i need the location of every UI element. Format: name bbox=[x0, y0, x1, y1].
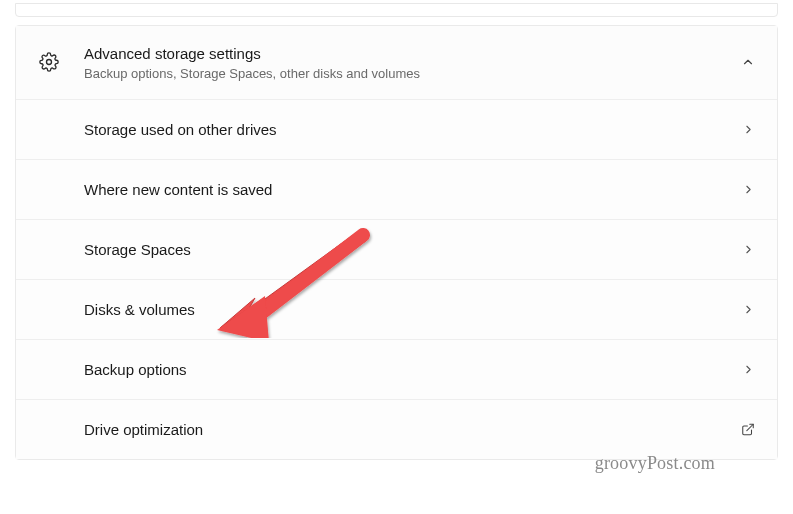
header-title: Advanced storage settings bbox=[84, 44, 741, 64]
item-storage-other-drives[interactable]: Storage used on other drives bbox=[16, 99, 777, 159]
items-list: Storage used on other drives Where new c… bbox=[16, 99, 777, 459]
item-disks-volumes[interactable]: Disks & volumes bbox=[16, 279, 777, 339]
svg-point-0 bbox=[47, 60, 52, 65]
header-text: Advanced storage settings Backup options… bbox=[84, 44, 741, 81]
chevron-right-icon bbox=[741, 362, 755, 376]
svg-line-1 bbox=[747, 424, 753, 430]
item-drive-optimization[interactable]: Drive optimization bbox=[16, 399, 777, 459]
item-backup-options[interactable]: Backup options bbox=[16, 339, 777, 399]
chevron-right-icon bbox=[741, 122, 755, 136]
item-label: Storage used on other drives bbox=[84, 121, 741, 138]
external-link-icon bbox=[741, 422, 755, 436]
item-label: Storage Spaces bbox=[84, 241, 741, 258]
chevron-right-icon bbox=[741, 182, 755, 196]
chevron-right-icon bbox=[741, 242, 755, 256]
item-label: Drive optimization bbox=[84, 421, 741, 438]
item-label: Disks & volumes bbox=[84, 301, 741, 318]
item-label: Backup options bbox=[84, 361, 741, 378]
advanced-storage-header[interactable]: Advanced storage settings Backup options… bbox=[16, 26, 777, 99]
gear-icon bbox=[38, 51, 60, 73]
top-truncated-panel bbox=[15, 3, 778, 17]
chevron-up-icon bbox=[741, 55, 755, 69]
chevron-right-icon bbox=[741, 302, 755, 316]
advanced-storage-panel: Advanced storage settings Backup options… bbox=[15, 25, 778, 460]
item-label: Where new content is saved bbox=[84, 181, 741, 198]
header-subtitle: Backup options, Storage Spaces, other di… bbox=[84, 66, 741, 81]
item-storage-spaces[interactable]: Storage Spaces bbox=[16, 219, 777, 279]
item-where-new-content[interactable]: Where new content is saved bbox=[16, 159, 777, 219]
